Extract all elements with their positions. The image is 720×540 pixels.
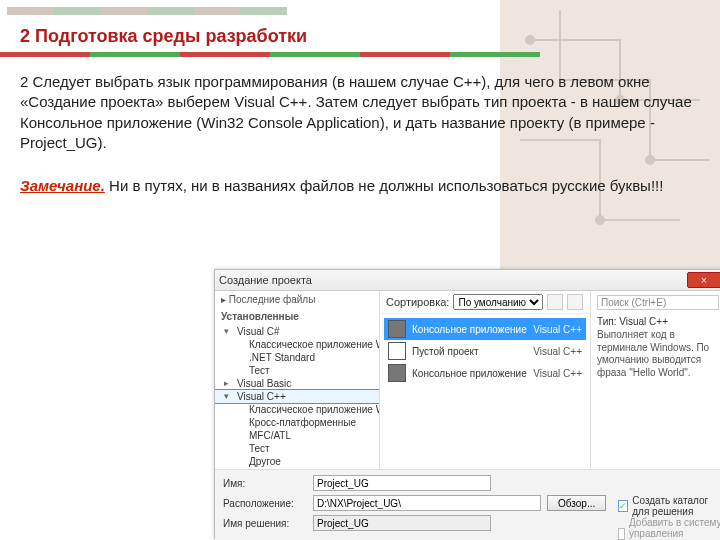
location-field[interactable] — [313, 495, 541, 511]
tree-item[interactable]: Тест — [215, 442, 379, 455]
empty-icon — [388, 342, 406, 360]
tree-item-csharp[interactable]: Visual C# — [215, 325, 379, 338]
templates-tree: ▸ Последние файлы Установленные Visual C… — [215, 291, 380, 469]
svg-point-3 — [595, 215, 605, 225]
tree-item[interactable]: Другое — [215, 455, 379, 468]
body-paragraph: 2 Следует выбрать язык программирования … — [20, 72, 694, 153]
svg-point-0 — [525, 35, 535, 45]
view-toggle-icon[interactable] — [567, 294, 583, 310]
type-value: Visual C++ — [619, 316, 668, 327]
dialog-titlebar: Создание проекта × — [215, 270, 720, 291]
add-scm-checkbox[interactable]: Добавить в систему управления версиями — [618, 517, 720, 540]
console-icon — [388, 320, 406, 338]
solution-field[interactable] — [313, 515, 491, 531]
create-dir-checkbox[interactable]: ✓Создать каталог для решения — [618, 495, 720, 517]
template-row-console2[interactable]: Консольное приложение… Visual C++ — [384, 362, 586, 384]
note-paragraph: Замечание. Ни в путях, ни в названиях фа… — [20, 176, 694, 196]
template-row-console[interactable]: Консольное приложение Visual C++ — [384, 318, 586, 340]
console-icon — [388, 364, 406, 382]
location-label: Расположение: — [223, 498, 307, 509]
tree-item[interactable]: Тест — [215, 364, 379, 377]
solution-label: Имя решения: — [223, 518, 307, 529]
page-title: 2 Подготовка среды разработки — [20, 26, 307, 47]
dialog-title: Создание проекта — [219, 274, 312, 286]
template-row-empty[interactable]: Пустой проект Visual C++ — [384, 340, 586, 362]
name-label: Имя: — [223, 478, 307, 489]
tree-item[interactable]: Кросс-платформенные — [215, 416, 379, 429]
tree-item-vcpp[interactable]: Visual C++ — [215, 390, 379, 403]
svg-point-2 — [645, 155, 655, 165]
browse-button[interactable]: Обзор... — [547, 495, 606, 511]
tree-item[interactable]: Классическое приложение Wind… — [215, 403, 379, 416]
tree-item[interactable]: Классическое приложение Wind… — [215, 338, 379, 351]
sort-select[interactable]: По умолчанию — [453, 294, 543, 310]
search-input[interactable]: Поиск (Ctrl+E) — [597, 295, 719, 310]
sort-label: Сортировка: — [386, 296, 449, 308]
tree-item-vb[interactable]: Visual Basic — [215, 377, 379, 390]
template-list-pane: Сортировка: По умолчанию Консольное прил… — [380, 291, 591, 469]
dialog-bottom: Имя: Расположение: Обзор... Имя решения:… — [215, 469, 720, 540]
header-band — [7, 7, 287, 15]
view-toggle-icon[interactable] — [547, 294, 563, 310]
details-pane: Поиск (Ctrl+E) Тип: Visual C++ Выполняет… — [591, 291, 720, 469]
note-label: Замечание. — [20, 177, 105, 194]
tree-item[interactable]: .NET Standard — [215, 351, 379, 364]
template-description: Выполняет код в терминале Windows. По ум… — [597, 329, 719, 379]
note-text: Ни в путях, ни в названиях файлов не дол… — [105, 177, 664, 194]
title-underline — [0, 52, 540, 57]
name-field[interactable] — [313, 475, 491, 491]
recent-node[interactable]: ▸ Последние файлы — [215, 291, 379, 308]
type-label: Тип: — [597, 316, 616, 327]
installed-node[interactable]: Установленные — [215, 308, 379, 325]
close-icon[interactable]: × — [687, 272, 720, 288]
new-project-dialog: Создание проекта × ▸ Последние файлы Уст… — [214, 269, 720, 539]
tree-item[interactable]: MFC/ATL — [215, 429, 379, 442]
